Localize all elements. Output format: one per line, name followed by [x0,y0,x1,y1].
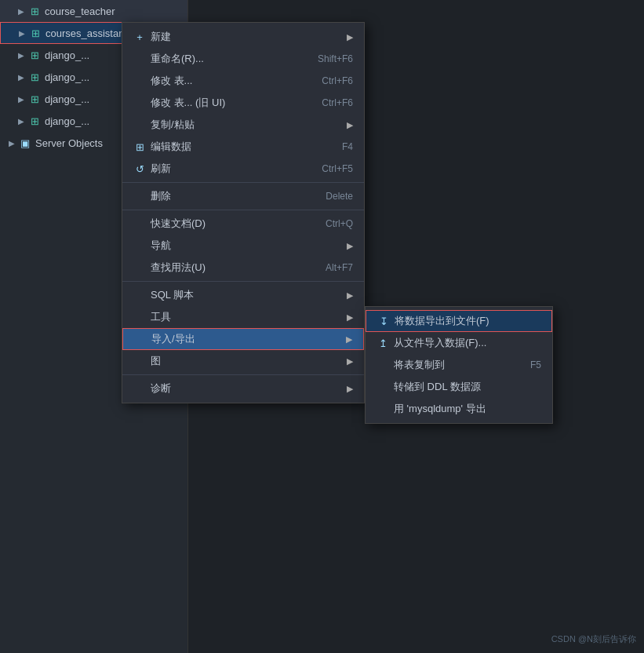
menu-item-rename[interactable]: 重命名(R)... Shift+F6 [122,48,364,70]
sub-menu-item-export-file[interactable]: ↧ 将数据导出到文件(F) [366,310,552,332]
menu-shortcut: Ctrl+F6 [322,75,353,86]
table-icon: ⊞ [28,49,41,61]
menu-item-modify-old-label: 修改 表... (旧 UI) [133,96,225,110]
menu-label: 快速文档(D) [151,217,206,231]
menu-separator-2 [122,210,364,210]
sub-menu-label: 将表复制到 [394,358,445,372]
submenu-arrow: ▶ [346,334,352,345]
menu-item-modify-table-old[interactable]: 修改 表... (旧 UI) Ctrl+F6 [122,92,364,114]
submenu-arrow: ▶ [347,356,353,367]
menu-shortcut: Ctrl+F5 [322,163,353,174]
sub-menu-import-label: ↥ 从文件导入数据(F)... [377,336,486,350]
sub-menu-item-copy-table[interactable]: 将表复制到 F5 [366,354,552,376]
tree-arrow: ▶ [16,71,27,82]
menu-item-navigate[interactable]: 导航 ▶ [122,235,364,257]
menu-item-sql-script[interactable]: SQL 脚本 ▶ [122,284,364,306]
menu-label: 诊断 [151,381,171,396]
menu-shortcut: F4 [342,141,353,152]
watermark-text: CSDN @N刻后告诉你 [551,634,636,644]
sidebar-item-label: course_teacher [45,5,115,17]
menu-label: 复制/粘贴 [151,118,195,132]
menu-separator-1 [122,182,364,183]
sidebar-item-label: django_... [45,115,89,127]
submenu-arrow: ▶ [347,32,353,42]
menu-separator-4 [122,374,364,375]
sub-menu-item-import-file[interactable]: ↥ 从文件导入数据(F)... [366,332,552,354]
menu-label: 工具 [151,310,171,324]
submenu-arrow: ▶ [347,290,353,301]
sub-menu-label: 从文件导入数据(F)... [394,336,486,350]
menu-item-tools[interactable]: 工具 ▶ [122,306,364,328]
sidebar-item-course-teacher[interactable]: ▶ ⊞ course_teacher [0,0,187,22]
tree-arrow: ▶ [16,93,27,104]
menu-item-quick-doc[interactable]: 快速文档(D) Ctrl+Q [122,213,364,235]
tree-arrow: ▶ [16,49,27,60]
submenu-arrow: ▶ [347,241,353,251]
menu-item-copy-label: 复制/粘贴 [133,118,195,132]
menu-item-modify-table[interactable]: 修改 表... Ctrl+F6 [122,70,364,92]
menu-item-delete[interactable]: 删除 Delete [122,185,364,207]
menu-label: 重命名(R)... [151,52,204,66]
sub-menu-label: 用 'mysqldump' 导出 [394,402,486,416]
import-icon: ↥ [377,337,389,349]
menu-item-delete-label: 删除 [133,189,171,203]
menu-item-find-usage[interactable]: 查找用法(U) Alt+F7 [122,257,364,279]
menu-label: 导入/导出 [151,332,195,346]
menu-label: 编辑数据 [151,140,191,154]
sub-menu-label: 将数据导出到文件(F) [395,314,489,328]
sub-menu-ddl-label: 转储到 DDL 数据源 [377,380,481,394]
server-icon: ▣ [19,137,31,149]
sub-menu-export-label: ↧ 将数据导出到文件(F) [377,314,489,328]
menu-label: 刷新 [151,162,171,176]
sub-shortcut: F5 [530,359,541,370]
menu-item-diagnose[interactable]: 诊断 ▶ [122,378,364,399]
sidebar-item-label: django_... [45,49,89,61]
tree-arrow: ▶ [6,137,17,148]
menu-label: 查找用法(U) [151,261,206,275]
menu-item-diagnose-label: 诊断 [133,381,171,396]
menu-shortcut: Alt+F7 [326,262,353,273]
submenu-arrow: ▶ [347,312,353,323]
menu-label: 修改 表... [151,74,192,88]
submenu-arrow: ▶ [347,384,353,394]
menu-label: 图 [151,354,161,368]
sub-menu-mysqldump-label: 用 'mysqldump' 导出 [377,402,486,416]
export-icon: ↧ [377,316,390,327]
tree-arrow: ▶ [16,27,27,38]
menu-item-sqlscript-label: SQL 脚本 [133,288,194,302]
menu-label: 导航 [151,239,171,253]
menu-item-findusage-label: 查找用法(U) [133,261,206,275]
menu-item-quickdoc-label: 快速文档(D) [133,217,206,231]
refresh-icon: ↺ [133,163,146,175]
tree-arrow: ▶ [16,115,27,126]
plus-icon: + [133,31,146,43]
sidebar-item-label: Server Objects [35,137,103,149]
watermark: CSDN @N刻后告诉你 [551,633,636,645]
menu-label: 修改 表... (旧 UI) [151,96,225,110]
menu-shortcut: Delete [326,191,353,202]
menu-item-refresh[interactable]: ↺ 刷新 Ctrl+F5 [122,158,364,180]
menu-item-new-label: + 新建 [133,30,171,44]
sidebar-item-label: django_... [45,93,89,105]
menu-item-copy-paste[interactable]: 复制/粘贴 ▶ [122,114,364,136]
sub-menu-copy-label: 将表复制到 [377,358,445,372]
table-icon: ⊞ [28,5,41,17]
menu-item-diagram[interactable]: 图 ▶ [122,350,364,372]
menu-item-new[interactable]: + 新建 ▶ [122,26,364,48]
sub-menu-item-mysqldump[interactable]: 用 'mysqldump' 导出 [366,398,552,420]
menu-shortcut: Shift+F6 [318,53,353,64]
menu-item-diagram-label: 图 [133,354,161,368]
table-icon: ⊞ [29,27,42,39]
menu-item-edit-label: ⊞ 编辑数据 [133,140,191,154]
sidebar-item-label: courses_assistant [45,27,127,39]
menu-item-import-export[interactable]: 导入/导出 ▶ [122,328,364,350]
menu-item-tools-label: 工具 [133,310,171,324]
table-icon: ⊞ [28,71,41,83]
table-icon: ⊞ [28,115,41,127]
sub-menu-label: 转储到 DDL 数据源 [394,380,481,394]
tree-arrow: ▶ [16,5,27,16]
menu-item-refresh-label: ↺ 刷新 [133,162,171,176]
menu-item-edit-data[interactable]: ⊞ 编辑数据 F4 [122,136,364,158]
sub-menu-item-ddl[interactable]: 转储到 DDL 数据源 [366,376,552,398]
submenu-arrow: ▶ [347,120,353,130]
